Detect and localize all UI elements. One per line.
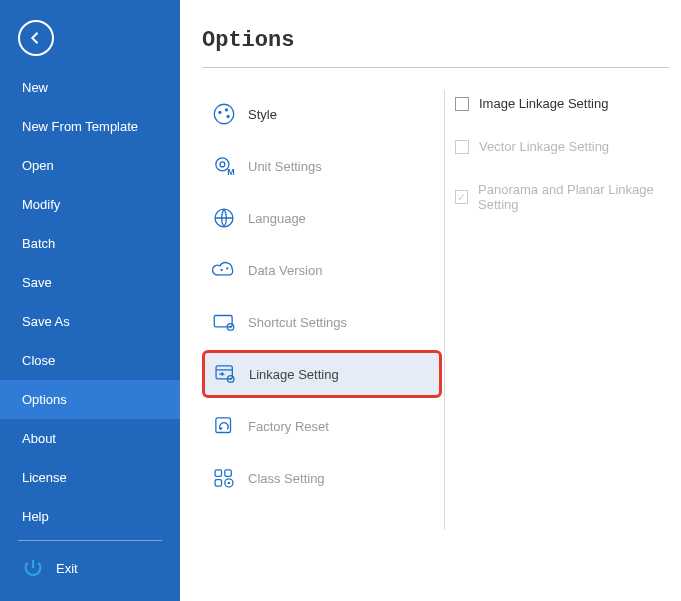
sidebar-item-about[interactable]: About (0, 419, 180, 458)
option-language[interactable]: Language (202, 194, 442, 242)
option-label: Data Version (248, 263, 322, 278)
sidebar-item-license[interactable]: License (0, 458, 180, 497)
sidebar-item-batch[interactable]: Batch (0, 224, 180, 263)
sidebar-item-label: Open (22, 158, 54, 173)
option-label: Unit Settings (248, 159, 322, 174)
back-arrow-icon (27, 29, 45, 47)
sidebar-item-label: Modify (22, 197, 60, 212)
sidebar-item-new[interactable]: New (0, 68, 180, 107)
svg-point-3 (226, 115, 229, 118)
option-label: Shortcut Settings (248, 315, 347, 330)
check-image-linkage[interactable]: Image Linkage Setting (455, 96, 681, 111)
option-data-version[interactable]: Data Version (202, 246, 442, 294)
options-category-list: Style M Unit Settings Language Data Vers… (202, 90, 442, 601)
check-label: Vector Linkage Setting (479, 139, 609, 154)
sidebar-item-options[interactable]: Options (0, 380, 180, 419)
gear-icon: M (210, 152, 238, 180)
exit-button[interactable]: Exit (0, 549, 180, 587)
back-button[interactable] (18, 20, 54, 56)
svg-point-0 (214, 104, 234, 124)
option-label: Language (248, 211, 306, 226)
checkbox-icon (455, 97, 469, 111)
keyboard-icon (210, 308, 238, 336)
sidebar-separator (18, 540, 162, 541)
title-underline (202, 67, 669, 68)
sidebar-item-label: Options (22, 392, 67, 407)
option-style[interactable]: Style (202, 90, 442, 138)
power-icon (22, 557, 44, 579)
sidebar-item-label: New (22, 80, 48, 95)
svg-rect-18 (225, 470, 232, 477)
svg-point-15 (230, 378, 232, 380)
svg-point-5 (220, 162, 225, 167)
option-label: Linkage Setting (249, 367, 339, 382)
exit-label: Exit (56, 561, 78, 576)
check-vector-linkage[interactable]: Vector Linkage Setting (455, 139, 681, 154)
globe-icon (210, 204, 238, 232)
sidebar-item-new-from-template[interactable]: New From Template (0, 107, 180, 146)
sidebar-item-label: Batch (22, 236, 55, 251)
option-shortcut-settings[interactable]: Shortcut Settings (202, 298, 442, 346)
option-factory-reset[interactable]: Factory Reset (202, 402, 442, 450)
svg-rect-13 (216, 366, 232, 379)
check-label: Image Linkage Setting (479, 96, 608, 111)
checkbox-icon (455, 140, 469, 154)
option-label: Class Setting (248, 471, 325, 486)
option-unit-settings[interactable]: M Unit Settings (202, 142, 442, 190)
palette-icon (210, 100, 238, 128)
option-class-setting[interactable]: Class Setting (202, 454, 442, 502)
reset-icon (210, 412, 238, 440)
sidebar-item-label: Help (22, 509, 49, 524)
linkage-detail-panel: Image Linkage Setting Vector Linkage Set… (455, 90, 681, 601)
option-linkage-setting[interactable]: Linkage Setting (202, 350, 442, 398)
check-panorama-planar-linkage[interactable]: Panorama and Planar Linkage Setting (455, 182, 681, 212)
option-label: Factory Reset (248, 419, 329, 434)
sidebar-item-modify[interactable]: Modify (0, 185, 180, 224)
checkbox-icon (455, 190, 468, 204)
sidebar-item-close[interactable]: Close (0, 341, 180, 380)
page-title: Options (202, 28, 681, 67)
svg-point-2 (225, 108, 228, 111)
content-row: Style M Unit Settings Language Data Vers… (202, 90, 681, 601)
sidebar-item-label: License (22, 470, 67, 485)
sidebar-item-label: About (22, 431, 56, 446)
sidebar-item-label: Save (22, 275, 52, 290)
svg-point-21 (228, 482, 230, 484)
sidebar-item-label: New From Template (22, 119, 138, 134)
svg-point-12 (229, 326, 231, 328)
svg-point-1 (218, 111, 221, 114)
sidebar-item-label: Save As (22, 314, 70, 329)
cloud-icon (210, 256, 238, 284)
sidebar: New New From Template Open Modify Batch … (0, 0, 180, 601)
svg-point-9 (226, 267, 228, 269)
sidebar-item-label: Close (22, 353, 55, 368)
sidebar-item-open[interactable]: Open (0, 146, 180, 185)
svg-rect-17 (215, 470, 222, 477)
sidebar-item-save[interactable]: Save (0, 263, 180, 302)
option-label: Style (248, 107, 277, 122)
svg-rect-10 (214, 316, 232, 327)
check-label: Panorama and Planar Linkage Setting (478, 182, 681, 212)
sidebar-item-help[interactable]: Help (0, 497, 180, 536)
svg-text:M: M (227, 167, 234, 177)
main-panel: Options Style M Unit Settings Language (180, 0, 681, 601)
svg-rect-19 (215, 480, 222, 487)
svg-point-8 (220, 269, 222, 271)
vertical-divider (444, 90, 445, 530)
sidebar-item-save-as[interactable]: Save As (0, 302, 180, 341)
window-link-icon (211, 360, 239, 388)
grid-gear-icon (210, 464, 238, 492)
